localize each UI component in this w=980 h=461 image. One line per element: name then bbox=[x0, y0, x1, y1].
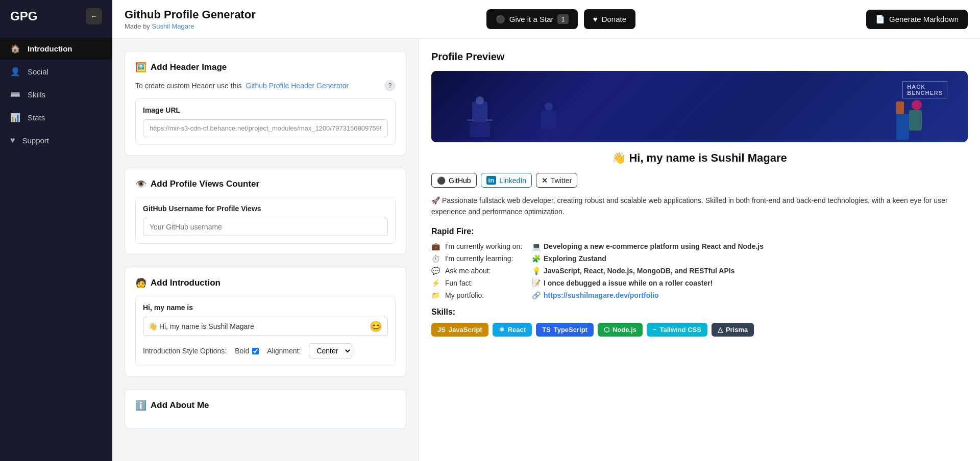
github-badge-icon: ⚫ bbox=[437, 176, 446, 185]
svg-rect-4 bbox=[486, 119, 493, 121]
rf-label-funfact: Fun fact: bbox=[445, 279, 527, 287]
github-badge-label: GitHub bbox=[449, 176, 471, 185]
rapid-fire-item-learning: ⏱️ I'm currently learning: 🧩 Exploring Z… bbox=[431, 254, 968, 263]
sidebar-item-social[interactable]: 👤 Social bbox=[0, 61, 112, 83]
style-options: Introduction Style Options: Bold Alignme… bbox=[143, 343, 388, 358]
home-icon: 🏠 bbox=[10, 44, 20, 54]
logo-text: GPG bbox=[10, 9, 37, 23]
star-button[interactable]: ⚫ Give it a Star 1 bbox=[486, 9, 578, 29]
svg-rect-7 bbox=[540, 129, 558, 140]
banner-figure-right bbox=[891, 99, 927, 142]
briefcase-icon: 💼 bbox=[431, 242, 440, 250]
node-icon: ⬡ bbox=[604, 326, 609, 334]
prisma-icon: △ bbox=[718, 326, 723, 334]
lightning-icon: ⚡ bbox=[431, 279, 440, 287]
laptop-icon: 💻 bbox=[532, 242, 541, 250]
profile-views-field-group: GitHub Username for Profile Views bbox=[135, 197, 396, 244]
github-badge: ⚫ GitHub bbox=[431, 173, 477, 188]
speech-icon: 💬 bbox=[431, 267, 440, 275]
sidebar-item-stats[interactable]: 📊 Stats bbox=[0, 107, 112, 129]
sidebar-item-label: Support bbox=[22, 136, 50, 145]
github-username-input[interactable] bbox=[143, 218, 388, 236]
header-title-area: Github Profile Generator Made by Sushil … bbox=[125, 8, 256, 30]
help-button[interactable]: ? bbox=[384, 80, 396, 91]
svg-rect-9 bbox=[896, 101, 904, 114]
sidebar-logo: GPG ← bbox=[0, 0, 112, 33]
bold-checkbox[interactable] bbox=[252, 348, 259, 354]
skill-react: ⚛ React bbox=[493, 323, 532, 337]
bold-checkbox-label: Bold bbox=[235, 347, 259, 355]
star-count: 1 bbox=[557, 14, 568, 24]
preview-banner: HACKBENCHERS bbox=[431, 71, 968, 142]
add-profile-views-section: 👁️ Add Profile Views Counter GitHub User… bbox=[125, 168, 406, 254]
svg-rect-6 bbox=[541, 111, 556, 129]
app-title: Github Profile Generator bbox=[125, 8, 256, 21]
generate-label: Generate Markdown bbox=[889, 15, 959, 23]
sidebar-item-introduction[interactable]: 🏠 Introduction bbox=[0, 38, 112, 60]
preview-greeting: 👋 Hi, my name is Sushil Magare bbox=[431, 151, 968, 165]
alignment-select[interactable]: Center bbox=[309, 343, 352, 358]
sidebar-item-label: Stats bbox=[28, 113, 45, 122]
image-url-input[interactable] bbox=[143, 119, 388, 137]
person-icon: 👤 bbox=[10, 67, 20, 76]
header-actions: ⚫ Give it a Star 1 ♥ Donate bbox=[486, 9, 635, 29]
preview-bio: 🚀 Passionate fullstack web developer, cr… bbox=[431, 195, 968, 218]
linkedin-badge: in LinkedIn bbox=[481, 173, 532, 188]
add-introduction-section: 🧑 Add Introduction Hi, my name is 😊 Intr… bbox=[125, 267, 406, 377]
header-subtitle: Made by Sushil Magare bbox=[125, 22, 256, 30]
header-generator-link[interactable]: Github Profile Header Generator bbox=[246, 82, 349, 90]
file-icon: 📄 bbox=[875, 15, 885, 24]
section-title-about-me: ℹ️ Add About Me bbox=[135, 400, 396, 411]
sidebar-item-skills[interactable]: ⌨️ Skills bbox=[0, 84, 112, 106]
preview-title: Profile Preview bbox=[431, 51, 968, 63]
back-button[interactable]: ← bbox=[86, 8, 102, 24]
intro-input-wrapper: 😊 bbox=[143, 317, 388, 336]
twitter-badge-label: Twitter bbox=[551, 176, 572, 185]
rapid-fire-item-working: 💼 I'm currently working on: 💻 Developing… bbox=[431, 242, 968, 250]
linkedin-badge-icon: in bbox=[486, 176, 497, 185]
ts-icon: TS bbox=[542, 326, 551, 334]
image-url-label: Image URL bbox=[143, 106, 388, 114]
react-icon: ⚛ bbox=[499, 326, 505, 334]
emoji-picker-button[interactable]: 😊 bbox=[370, 320, 382, 332]
author-link[interactable]: Sushil Magare bbox=[152, 22, 194, 30]
portfolio-link[interactable]: https://sushilmagare.dev/portfolio bbox=[544, 291, 659, 299]
tailwind-icon: ~ bbox=[653, 326, 657, 334]
svg-rect-11 bbox=[896, 114, 909, 140]
generate-markdown-button[interactable]: 📄 Generate Markdown bbox=[866, 10, 968, 29]
sidebar: GPG ← 🏠 Introduction 👤 Social ⌨️ Skills … bbox=[0, 0, 112, 461]
donate-label: Donate bbox=[602, 15, 626, 23]
sidebar-item-support[interactable]: ♥ Support bbox=[0, 130, 112, 151]
intro-text-input[interactable] bbox=[149, 322, 365, 330]
main-content: Github Profile Generator Made by Sushil … bbox=[112, 0, 980, 461]
rf-value-learning: 🧩 Exploring Zustand bbox=[532, 254, 606, 263]
person-add-icon: 🧑 bbox=[135, 277, 146, 289]
rf-value-portfolio: 🔗 https://sushilmagare.dev/portfolio bbox=[532, 291, 659, 299]
skills-title: Skills: bbox=[431, 308, 968, 317]
donate-button[interactable]: ♥ Donate bbox=[584, 9, 635, 29]
svg-point-8 bbox=[912, 100, 922, 110]
pencil-icon: 📝 bbox=[532, 279, 541, 287]
skill-nodejs: ⬡ Node.js bbox=[598, 323, 643, 337]
body-split: 🖼️ Add Header Image To create custom Hea… bbox=[112, 39, 980, 461]
svg-point-1 bbox=[476, 96, 484, 105]
puzzle-icon: 🧩 bbox=[532, 254, 541, 263]
header-image-info: To create custom Header use this Github … bbox=[135, 80, 396, 91]
rf-value-funfact: 📝 I once debugged a issue while on a rol… bbox=[532, 279, 713, 287]
folder-icon: 📁 bbox=[431, 291, 440, 299]
eye-icon: 👁️ bbox=[135, 178, 146, 190]
rapid-fire-item-portfolio: 📁 My portfolio: 🔗 https://sushilmagare.d… bbox=[431, 291, 968, 299]
skill-javascript: JS JavaScript bbox=[431, 323, 488, 337]
image-icon: 🖼️ bbox=[135, 62, 146, 73]
twitter-badge: ✕ Twitter bbox=[536, 173, 577, 188]
heart-donate-icon: ♥ bbox=[593, 15, 598, 23]
skill-tailwind: ~ Tailwind CSS bbox=[647, 323, 707, 337]
image-url-field-group: Image URL bbox=[135, 98, 396, 145]
linkedin-badge-label: LinkedIn bbox=[499, 176, 526, 185]
right-panel-preview: Profile Preview HACKBENCHERS bbox=[419, 39, 980, 461]
rapid-fire-item-funfact: ⚡ Fun fact: 📝 I once debugged a issue wh… bbox=[431, 279, 968, 287]
svg-rect-3 bbox=[467, 119, 473, 121]
svg-rect-10 bbox=[909, 110, 922, 131]
hi-my-name-label: Hi, my name is bbox=[143, 303, 388, 312]
sidebar-item-label: Introduction bbox=[28, 44, 72, 53]
